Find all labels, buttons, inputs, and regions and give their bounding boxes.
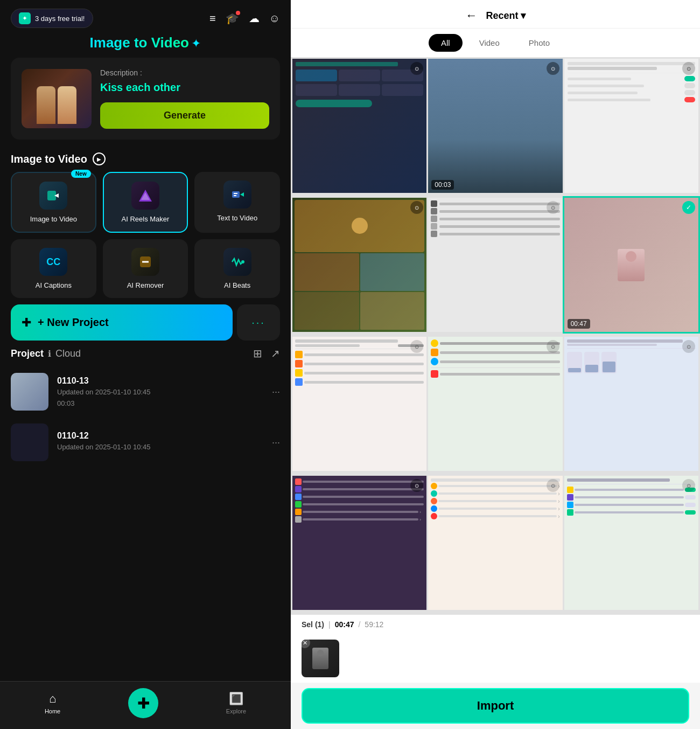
expand-icon-12: ⊙ (682, 479, 695, 492)
grid-view-icon[interactable]: ⊞ (253, 347, 262, 360)
media-item-7[interactable]: ⊙ (292, 337, 426, 471)
cloud-label: Cloud (55, 348, 81, 359)
text-to-video-icon (223, 180, 251, 209)
tab-all[interactable]: All (429, 34, 463, 52)
left-panel: ✦ 3 days free trial! ≡ 🎓 ☁ ☺ Image to Vi… (0, 0, 291, 729)
filter-tabs: All Video Photo (291, 29, 700, 57)
more-button[interactable]: ··· (237, 304, 280, 341)
action-row: ✚ + New Project ··· (0, 304, 291, 347)
nav-explore[interactable]: 🔳 Explore (226, 692, 246, 714)
image-to-video-label: Image to Video (30, 215, 77, 223)
svg-point-10 (241, 260, 244, 263)
media-item-5[interactable]: ⊙ (428, 198, 562, 332)
svg-rect-4 (232, 191, 240, 198)
media-item-10[interactable]: › › ⊙ (292, 476, 426, 610)
feature-image-to-video[interactable]: New Image to Video (11, 172, 96, 233)
ai-beats-icon (223, 248, 251, 276)
nav-create-button[interactable]: ✚ (128, 688, 158, 718)
new-project-label: + New Project (38, 316, 109, 329)
project-name-1: 0110-13 (57, 376, 263, 386)
project-item-2[interactable]: 0110-12 Updated on 2025-01-10 10:45 ··· (0, 417, 291, 468)
text-to-video-label: Text to Video (217, 214, 257, 222)
bottom-nav: ⌂ Home ✚ 🔳 Explore (0, 681, 291, 729)
feature-ai-beats[interactable]: AI Beats (194, 239, 280, 298)
ai-captions-label: AI Captions (36, 281, 72, 289)
cloud-icon[interactable]: ☁ (249, 12, 260, 25)
description-label: Description : (100, 68, 269, 77)
expand-icon-8: ⊙ (547, 340, 559, 353)
generate-button[interactable]: Generate (100, 102, 269, 129)
ai-reels-label: AI Reels Maker (122, 215, 170, 223)
import-button[interactable]: Import (302, 688, 689, 724)
selected-preview: ✕ (291, 634, 700, 683)
app-title: Image to Video (90, 34, 189, 51)
feature-text-to-video[interactable]: Text to Video (194, 172, 280, 233)
feature-ai-reels-maker[interactable]: AI Reels Maker (103, 172, 188, 233)
menu-icon[interactable]: ≡ (209, 12, 216, 25)
project-more-1[interactable]: ··· (272, 386, 280, 398)
dropdown-icon[interactable]: ▾ (521, 10, 526, 22)
media-info-bar: Sel (1) | 00:47 / 59:12 (291, 615, 700, 634)
media-item-6[interactable]: 00:47 ✓ (564, 198, 698, 332)
smile-icon[interactable]: ☺ (269, 12, 280, 25)
project-info-1: 0110-13 Updated on 2025-01-10 10:45 00:0… (57, 376, 263, 407)
hero-content: Description : Kiss each other Generate (100, 68, 269, 129)
feature-ai-remover[interactable]: AI Remover (103, 239, 188, 298)
media-item-2[interactable]: 00:03 ⊙ (428, 59, 562, 193)
expand-icon-11: ⊙ (547, 479, 559, 492)
back-button[interactable]: ← (465, 9, 477, 23)
section-title-text: Image to Video (11, 153, 87, 165)
new-project-button[interactable]: ✚ + New Project (11, 304, 233, 341)
app-title-container: Image to Video ✦ (0, 32, 291, 58)
explore-label: Explore (226, 708, 246, 714)
cap-icon[interactable]: 🎓 (226, 12, 239, 25)
section-title: Image to Video ▶ (0, 148, 291, 172)
media-item-3[interactable]: ⊙ (564, 59, 698, 193)
media-item-9[interactable]: ⊙ (564, 337, 698, 471)
hero-image-bg (22, 69, 92, 128)
ai-beats-label: AI Beats (224, 281, 250, 289)
media-12-content (564, 476, 698, 610)
info-separator: | (328, 620, 331, 629)
media-item-1[interactable]: ⊙ (292, 59, 426, 193)
project-header-left: Project ℹ Cloud (11, 348, 81, 359)
feature-ai-captions[interactable]: CC AI Captions (11, 239, 96, 298)
project-date-2: Updated on 2025-01-10 10:45 (57, 443, 263, 451)
total-time: 59:12 (365, 620, 383, 629)
media-item-11[interactable]: › › › › (428, 476, 562, 610)
media-3-content (564, 59, 698, 193)
trial-badge[interactable]: ✦ 3 days free trial! (11, 9, 93, 28)
media-item-4[interactable]: ⊙ (292, 198, 426, 332)
expand-icon-9: ⊙ (682, 340, 695, 353)
top-icons: ≡ 🎓 ☁ ☺ (209, 12, 280, 25)
recent-label: Recent (486, 10, 518, 22)
project-more-2[interactable]: ··· (272, 437, 280, 448)
tab-video[interactable]: Video (467, 34, 512, 52)
project-name-2: 0110-12 (57, 431, 263, 441)
project-date-1: Updated on 2025-01-10 10:45 (57, 388, 263, 396)
selection-count: Sel (1) (302, 620, 324, 629)
media-11-content: › › › › (428, 476, 562, 610)
export-icon[interactable]: ↗ (271, 347, 280, 360)
expand-icon-3: ⊙ (682, 62, 695, 75)
media-grid: ⊙ 00:03 ⊙ (291, 57, 700, 615)
ai-remover-icon (131, 248, 159, 276)
hero-card: Description : Kiss each other Generate (11, 58, 280, 140)
recent-title: Recent ▾ (486, 10, 525, 22)
media-item-12[interactable]: ⊙ (564, 476, 698, 610)
play-icon[interactable]: ▶ (93, 152, 106, 165)
duration-2: 00:03 (431, 180, 454, 190)
project-info-2: 0110-12 Updated on 2025-01-10 10:45 (57, 431, 263, 454)
nav-home[interactable]: ⌂ Home (45, 692, 60, 714)
right-panel: ← Recent ▾ All Video Photo (291, 0, 700, 729)
description-value: Kiss each other (100, 81, 269, 94)
media-item-8[interactable]: ⊙ (428, 337, 562, 471)
tab-photo[interactable]: Photo (516, 34, 562, 52)
project-duration-1: 00:03 (57, 399, 263, 407)
media-10-content: › › (292, 476, 426, 610)
figure-1 (37, 86, 55, 124)
project-item-1[interactable]: 0110-13 Updated on 2025-01-10 10:45 00:0… (0, 366, 291, 417)
expand-icon-5: ⊙ (547, 201, 559, 214)
preview-thumbnail: ✕ (302, 640, 339, 677)
create-icon: ✚ (137, 695, 150, 712)
